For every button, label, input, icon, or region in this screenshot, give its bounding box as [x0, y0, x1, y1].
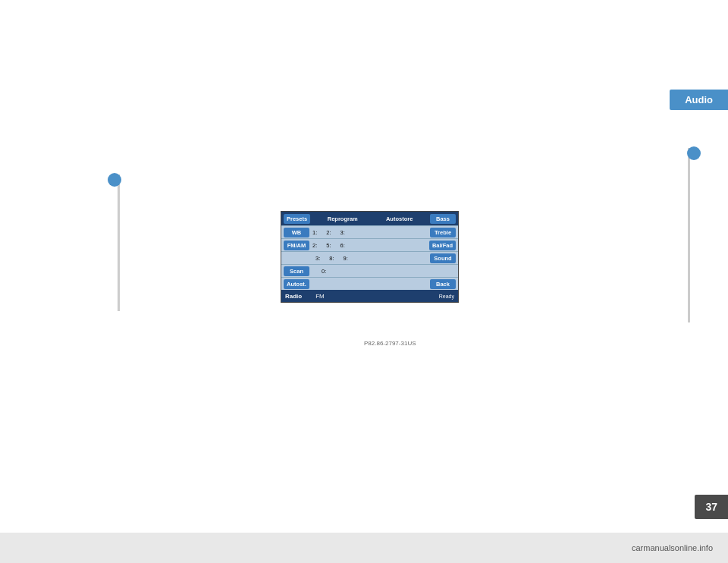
- page-number-tab: 37: [695, 495, 728, 519]
- right-vertical-bar: [688, 148, 690, 322]
- screen-header-row: Presets Reprogram Autostore Bass: [281, 212, 458, 225]
- audio-tab-label: Audio: [685, 94, 713, 105]
- row4-numbers: 0:: [309, 268, 427, 275]
- bass-button[interactable]: Bass: [430, 214, 456, 224]
- presets-button[interactable]: Presets: [284, 214, 310, 224]
- radio-screen: Presets Reprogram Autostore Bass WB 1: 2…: [281, 211, 459, 303]
- num-1: 1:: [312, 229, 317, 236]
- scan-button[interactable]: Scan: [284, 266, 309, 276]
- row1-numbers: 1: 2: 3:: [309, 229, 430, 236]
- bullet-left: [108, 173, 121, 187]
- autostore-label: Autostore: [386, 215, 413, 222]
- num-0b: 0:: [322, 268, 326, 275]
- num-4: 2:: [312, 242, 317, 249]
- num-8: 8:: [329, 255, 334, 262]
- num-5: 5:: [326, 242, 331, 249]
- part-number: P82.86-2797-31US: [364, 340, 416, 347]
- left-vertical-bar: [118, 175, 120, 311]
- num-2: 2:: [326, 229, 331, 236]
- wb-button[interactable]: WB: [284, 228, 309, 237]
- num-9: 9:: [344, 255, 348, 262]
- screen-footer: Radio FM Ready: [281, 290, 458, 302]
- screen-row-5: Autost. Back: [281, 277, 458, 290]
- footer-website: carmanualsonline.info: [632, 543, 713, 552]
- fm-label: FM: [315, 293, 325, 300]
- autostore-button[interactable]: Autost.: [284, 279, 309, 289]
- row2-numbers: 2: 5: 6:: [309, 242, 429, 249]
- back-button[interactable]: Back: [430, 279, 456, 289]
- ready-label: Ready: [439, 294, 454, 299]
- fm-am-button[interactable]: FM/AM: [284, 241, 309, 250]
- screen-header-labels: Reprogram Autostore: [310, 215, 430, 222]
- radio-label: Radio: [285, 293, 302, 300]
- footer-bar: carmanualsonline.info: [0, 533, 728, 563]
- bal-fad-button[interactable]: Bal/Fad: [429, 241, 456, 250]
- screen-row-4: Scan 0:: [281, 264, 458, 277]
- screen-row-3: 3: 8: 9: Sound: [281, 251, 458, 264]
- bullet-right: [687, 146, 701, 160]
- treble-button[interactable]: Treble: [430, 228, 456, 237]
- num-6: 6:: [340, 242, 345, 249]
- row3-numbers: 3: 8: 9:: [312, 255, 430, 262]
- num-7: 3:: [315, 255, 320, 262]
- screen-row-2: FM/AM 2: 5: 6: Bal/Fad: [281, 238, 458, 251]
- screen-row-1: WB 1: 2: 3: Treble: [281, 225, 458, 238]
- audio-tab[interactable]: Audio: [670, 90, 728, 110]
- page-number: 37: [705, 501, 717, 513]
- reprogram-label: Reprogram: [328, 215, 358, 222]
- sound-button[interactable]: Sound: [430, 253, 456, 263]
- num-3: 3:: [340, 229, 345, 236]
